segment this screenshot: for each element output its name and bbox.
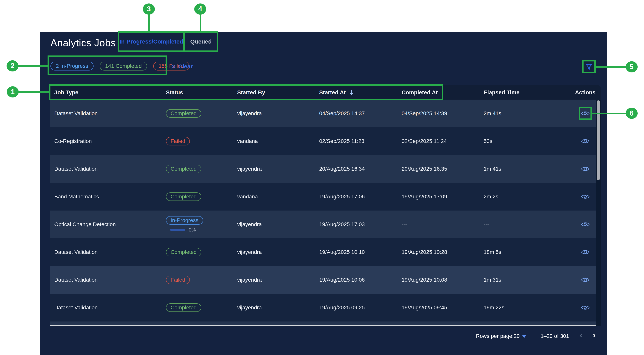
pagination-range: 1–20 of 301 bbox=[540, 332, 569, 340]
progress-bar bbox=[170, 229, 185, 231]
rows-per-page-label: Rows per page: bbox=[476, 332, 514, 340]
cell-status: Failed bbox=[162, 127, 233, 155]
cell-job-type: Band Mathematics bbox=[50, 183, 162, 211]
cell-completed-at: 19/Aug/2025 10:08 bbox=[397, 266, 480, 294]
vertical-scrollbar-thumb[interactable] bbox=[597, 100, 600, 180]
cell-started-by: vijayendra bbox=[233, 211, 315, 238]
view-job-eye-icon[interactable] bbox=[581, 166, 590, 172]
cell-completed-at: 20/Aug/2025 16:35 bbox=[397, 155, 480, 183]
cell-job-type: Dataset Validation bbox=[50, 100, 162, 127]
horizontal-scrollbar-thumb[interactable] bbox=[50, 325, 600, 326]
cell-status: Completed bbox=[162, 294, 233, 321]
view-job-eye-icon[interactable] bbox=[581, 277, 590, 283]
app-panel: Analytics Jobs In-Progress/Completed Que… bbox=[40, 32, 607, 355]
annotation-line-2 bbox=[18, 65, 48, 67]
cell-started-by: vijayendra bbox=[233, 100, 315, 127]
view-job-eye-icon[interactable] bbox=[581, 138, 590, 144]
header-started-at[interactable]: Started At bbox=[315, 85, 397, 100]
cell-completed-at: 19/Aug/2025 09:45 bbox=[397, 294, 480, 321]
status-badge: Completed bbox=[166, 109, 201, 118]
table-row[interactable]: Dataset Validation Completed vijayendra … bbox=[50, 100, 601, 127]
header-elapsed-time[interactable]: Elapsed Time bbox=[480, 85, 570, 100]
cell-completed-at: --- bbox=[397, 211, 480, 238]
cell-started-by: vijayendra bbox=[233, 155, 315, 183]
cell-elapsed-time: 19m 22s bbox=[480, 294, 570, 321]
status-badge: Completed bbox=[166, 192, 201, 201]
cell-started-at: 20/Aug/2025 16:34 bbox=[315, 155, 397, 183]
cell-elapsed-time: --- bbox=[480, 211, 570, 238]
previous-page-button[interactable]: ‹ bbox=[577, 330, 585, 340]
annotation-line-4 bbox=[200, 15, 201, 32]
annotation-line-5 bbox=[596, 66, 626, 68]
cell-started-by: vijayendra bbox=[233, 266, 315, 294]
table-header-row: Job Type Status Started By Started At Co… bbox=[50, 85, 601, 100]
cell-started-by: vandana bbox=[233, 183, 315, 211]
annotation-line-1 bbox=[18, 91, 49, 93]
view-job-eye-icon[interactable] bbox=[581, 194, 590, 200]
view-job-eye-icon[interactable] bbox=[581, 111, 590, 116]
tab-in-progress-completed[interactable]: In-Progress/Completed bbox=[119, 32, 184, 52]
next-page-button[interactable]: › bbox=[590, 330, 598, 340]
rows-per-page-select[interactable]: 20 bbox=[514, 332, 520, 340]
cell-started-at: 19/Aug/2025 10:10 bbox=[315, 238, 397, 266]
filter-chips: 2 In-Progress141 Completed158 Failed bbox=[50, 62, 189, 71]
cell-status: In-Progress0% bbox=[162, 211, 233, 238]
cell-elapsed-time: 18m 5s bbox=[480, 238, 570, 266]
cell-job-type: Dataset Validation bbox=[50, 155, 162, 183]
table-row[interactable]: Co-Registration Failed vandana 02/Sep/20… bbox=[50, 127, 601, 155]
status-badge: Completed bbox=[166, 165, 201, 173]
view-job-eye-icon[interactable] bbox=[581, 305, 590, 310]
jobs-table: Job Type Status Started By Started At Co… bbox=[50, 85, 601, 100]
table-row[interactable]: Optical Change Detection In-Progress0% v… bbox=[50, 211, 601, 238]
filter-chip-in-progress[interactable]: 2 In-Progress bbox=[50, 62, 94, 71]
table-row[interactable]: Dataset Validation Failed vijayendra 19/… bbox=[50, 266, 601, 294]
annotation-marker-6: 6 bbox=[626, 108, 638, 119]
annotation-marker-2: 2 bbox=[6, 60, 18, 72]
table-row[interactable]: Dataset Validation Completed vijayendra … bbox=[50, 294, 601, 321]
partial-next-row bbox=[50, 321, 601, 325]
table-row[interactable]: Band Mathematics Completed vandana 19/Au… bbox=[50, 183, 601, 211]
table-row[interactable]: Dataset Validation Completed vijayendra … bbox=[50, 238, 601, 266]
cell-elapsed-time: 1m 31s bbox=[480, 266, 570, 294]
tab-queued[interactable]: Queued bbox=[184, 32, 218, 52]
cell-status: Completed bbox=[162, 100, 233, 127]
cell-completed-at: 04/Sep/2025 14:39 bbox=[397, 100, 480, 127]
cell-job-type: Dataset Validation bbox=[50, 294, 162, 321]
progress-indicator: 0% bbox=[170, 227, 196, 233]
chevron-down-icon[interactable] bbox=[522, 335, 526, 338]
header-completed-at[interactable]: Completed At bbox=[397, 85, 480, 100]
cell-elapsed-time: 2m 41s bbox=[480, 100, 570, 127]
annotation-marker-3: 3 bbox=[143, 4, 155, 15]
header-started-by[interactable]: Started By bbox=[233, 85, 315, 100]
view-job-eye-icon[interactable] bbox=[581, 249, 590, 255]
filter-funnel-icon bbox=[585, 63, 593, 71]
sort-desc-arrow-icon[interactable] bbox=[349, 90, 354, 95]
view-job-eye-icon[interactable] bbox=[581, 221, 590, 227]
page-title: Analytics Jobs bbox=[50, 37, 116, 49]
cell-started-at: 02/Sep/2025 11:23 bbox=[315, 127, 397, 155]
header-job-type[interactable]: Job Type bbox=[50, 85, 162, 100]
status-badge: Failed bbox=[166, 137, 190, 145]
cell-job-type: Dataset Validation bbox=[50, 266, 162, 294]
cell-started-at: 19/Aug/2025 17:03 bbox=[315, 211, 397, 238]
status-badge: Failed bbox=[166, 276, 190, 284]
clear-label: Clear bbox=[178, 63, 193, 70]
filter-button[interactable] bbox=[583, 61, 595, 73]
table-row[interactable]: Dataset Validation Completed vijayendra … bbox=[50, 155, 601, 183]
annotation-line-3 bbox=[148, 15, 150, 32]
cell-completed-at: 19/Aug/2025 10:28 bbox=[397, 238, 480, 266]
header-status[interactable]: Status bbox=[162, 85, 233, 100]
header-actions: Actions bbox=[570, 85, 601, 100]
cell-status: Failed bbox=[162, 266, 233, 294]
annotation-marker-5: 5 bbox=[626, 61, 638, 72]
cell-job-type: Dataset Validation bbox=[50, 238, 162, 266]
filter-chip-completed[interactable]: 141 Completed bbox=[100, 62, 147, 71]
cell-started-at: 19/Aug/2025 09:25 bbox=[315, 294, 397, 321]
cell-started-at: 19/Aug/2025 17:06 bbox=[315, 183, 397, 211]
cell-job-type: Co-Registration bbox=[50, 127, 162, 155]
close-icon bbox=[170, 64, 176, 69]
clear-filters-button[interactable]: Clear bbox=[170, 62, 193, 71]
status-badge: Completed bbox=[166, 303, 201, 312]
cell-elapsed-time: 53s bbox=[480, 127, 570, 155]
status-badge: In-Progress bbox=[166, 216, 203, 225]
